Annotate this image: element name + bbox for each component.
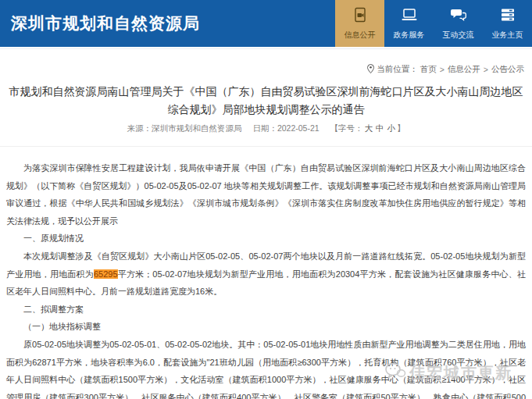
- date-value: 2022-05-21: [277, 123, 320, 133]
- nav-tab-interaction[interactable]: 互动交流: [434, 0, 483, 47]
- breadcrumb-separator: >: [440, 65, 445, 74]
- fontsize-large-button[interactable]: 大: [365, 123, 373, 133]
- nav-tab-label: 政务服务: [394, 30, 425, 41]
- header-divider: [0, 48, 532, 49]
- section-heading: （一）地块指标调整: [6, 318, 526, 336]
- fontsize-medium-button[interactable]: 中: [376, 123, 384, 133]
- server-icon: [499, 7, 516, 26]
- section-heading: 二、拟调整方案: [6, 301, 526, 319]
- breadcrumb-prefix: 当前位置：: [377, 64, 418, 75]
- nav-tab-business-home[interactable]: 业务主页: [483, 0, 532, 47]
- body-paragraph: 原05-02-05地块调整为05-02-05-01、05-02-05-02地块。…: [6, 336, 526, 399]
- highlighted-value: 65295: [94, 269, 118, 279]
- nav-tab-label: 互动交流: [443, 30, 474, 41]
- breadcrumb: 当前位置： 首页 > 信息公开 > 公告公示: [367, 64, 524, 75]
- nav-tab-government-services[interactable]: 政务服务: [384, 0, 434, 47]
- fontsize-small-button[interactable]: 小: [387, 123, 396, 133]
- breadcrumb-announcements[interactable]: 公告公示: [491, 64, 524, 75]
- site-header: 深圳市规划和自然资源局 信息公开: [0, 0, 532, 47]
- page: 深圳市规划和自然资源局 信息公开: [0, 0, 532, 399]
- fontsize-label: 【字号：: [330, 123, 363, 133]
- nav-tab-label: 信息公开: [345, 30, 376, 41]
- breadcrumb-separator: >: [484, 65, 488, 74]
- breadcrumb-info-disclosure[interactable]: 信息公开: [448, 64, 480, 75]
- date-label: 日期：: [252, 123, 277, 133]
- document-icon: [352, 7, 368, 26]
- site-title: 深圳市规划和自然资源局: [0, 12, 200, 34]
- article-meta: 来源：深圳市规划和自然资源局日期：2022-05-21【字号：大中小】: [0, 123, 532, 134]
- main-nav: 信息公开 政务服务 互动交流: [335, 0, 532, 47]
- nav-tab-label: 业务主页: [492, 30, 523, 41]
- nav-tab-info-disclosure[interactable]: 信息公开: [335, 0, 384, 47]
- page-title: 市规划和自然资源局南山管理局关于《中国（广东）自由贸易试验区深圳前海蛇口片区及大…: [8, 83, 524, 119]
- chat-icon: [450, 7, 467, 26]
- meta-divider: [0, 146, 532, 147]
- laptop-icon: [401, 7, 418, 26]
- section-heading: 一、原规划情况: [6, 230, 526, 248]
- body-paragraph: 为落实深圳市保障性安居工程建设计划，我局依申请开展《中国（广东）自由贸易试验区深…: [6, 159, 526, 230]
- location-pin-icon: [367, 64, 374, 75]
- article-body: 为落实深圳市保障性安居工程建设计划，我局依申请开展《中国（广东）自由贸易试验区深…: [0, 153, 532, 399]
- body-paragraph: 本次规划调整涉及《自贸区规划》大小南山片区05-02-05、05-02-07两个…: [6, 248, 526, 301]
- breadcrumb-home[interactable]: 首页: [420, 64, 437, 75]
- source-label: 来源：: [127, 123, 152, 133]
- source-value: 深圳市规划和自然资源局: [152, 123, 242, 133]
- fontsize-close: 】: [397, 123, 405, 133]
